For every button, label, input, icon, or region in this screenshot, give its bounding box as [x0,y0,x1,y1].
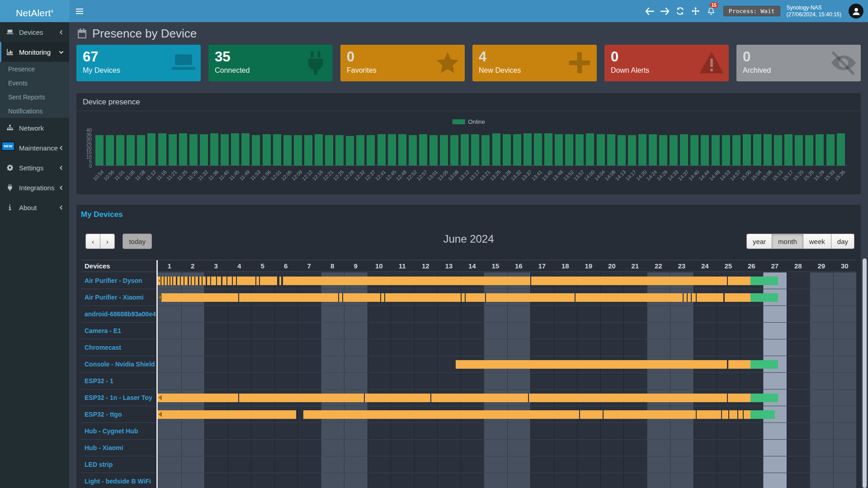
presence-bar-online-now[interactable] [750,277,778,285]
presence-bar-online[interactable] [303,410,750,419]
presence-bar-online[interactable] [158,410,296,419]
chart-bar[interactable] [805,135,813,165]
chart-bar[interactable] [690,135,698,165]
sidebar-item-settings[interactable]: Settings [0,158,69,178]
chart-bar[interactable] [450,135,458,165]
sidebar-item-devices[interactable]: Devices [0,22,69,42]
chart-bar[interactable] [346,136,354,165]
chart-bar[interactable] [179,133,187,165]
chart-bar[interactable] [638,134,646,165]
chart-bar[interactable] [471,134,479,165]
sidebar-toggle-button[interactable] [69,0,90,22]
chart-bar[interactable] [169,134,177,165]
presence-bar-online[interactable] [456,360,750,369]
device-name-link[interactable]: android-68608b93a00e4 [81,306,156,322]
chart-bar[interactable] [649,134,657,165]
card-favorites[interactable]: 0Favorites [340,45,465,81]
card-archived[interactable]: 0Archived [736,45,861,81]
chart-bar[interactable] [241,133,250,165]
chart-bar[interactable] [555,134,563,165]
chart-bar[interactable] [753,134,761,165]
chart-bar[interactable] [513,134,521,165]
chart-bar[interactable] [419,134,427,165]
chart-bar[interactable] [764,134,772,165]
chart-bar[interactable] [377,134,386,165]
chart-bar[interactable] [565,134,573,165]
device-name-link[interactable]: Console - Nvidia Shield T [81,356,156,372]
chart-bar[interactable] [252,135,260,165]
chart-bar[interactable] [137,135,145,165]
calendar-view-day-button[interactable]: day [831,234,854,249]
chart-bar[interactable] [670,135,678,165]
chart-bar[interactable] [628,135,636,165]
presence-bar-online-now[interactable] [750,394,778,402]
sidebar-subitem-notifications[interactable]: Notifications [0,104,69,118]
presence-bar-online-now[interactable] [750,293,778,302]
refresh-icon[interactable] [673,0,688,22]
chart-bar[interactable] [325,135,333,165]
chart-bar[interactable] [461,134,469,165]
chart-bar[interactable] [294,135,302,165]
chart-bar[interactable] [367,135,375,165]
chart-bar[interactable] [784,134,793,165]
chart-bar[interactable] [597,134,605,165]
card-new-devices[interactable]: 4New Devices [472,45,597,81]
chart-bar[interactable] [659,135,667,165]
calendar-view-month-button[interactable]: month [772,234,803,249]
calendar-view-week-button[interactable]: week [803,234,831,249]
vertical-scrollbar[interactable] [863,258,867,488]
chart-bar[interactable] [826,134,835,165]
chart-bar[interactable] [95,135,104,165]
chart-bar[interactable] [200,134,208,165]
device-name-link[interactable]: Air Purifier - Dyson [81,272,156,289]
nav-forward-icon[interactable] [657,0,673,22]
chart-bar[interactable] [263,134,271,165]
presence-bar-online[interactable] [158,394,750,402]
chart-bar[interactable] [722,135,730,165]
sidebar-item-maintenance[interactable]: NEWMaintenance [0,138,69,158]
chart-bar[interactable] [147,133,156,165]
chart-bar[interactable] [398,134,406,165]
chart-bar[interactable] [409,135,417,165]
chart-bar[interactable] [231,133,239,165]
column-resize-divider[interactable] [156,260,158,488]
calendar-view-year-button[interactable]: year [746,234,772,249]
sidebar-subitem-sent-reports[interactable]: Sent Reports [0,90,69,104]
card-connected[interactable]: 35Connected [208,45,333,81]
chart-bar[interactable] [429,135,438,165]
device-name-link[interactable]: Air Purifier - Xiaomi [81,289,156,305]
presence-bar-online-now[interactable] [750,360,778,369]
chart-bar[interactable] [701,135,709,165]
chart-bar[interactable] [544,133,552,165]
chart-bar[interactable] [106,135,114,165]
chart-bar[interactable] [816,134,824,165]
chart-bar[interactable] [743,134,751,165]
chart-bar[interactable] [586,133,594,165]
chart-bar[interactable] [503,134,511,165]
device-name-link[interactable]: ESP32 - ttgo [81,406,156,422]
sidebar-item-integrations[interactable]: Integrations [0,178,69,197]
device-name-link[interactable]: Light - bedside B WiFi [81,473,156,488]
card-down-alerts[interactable]: 0Down Alerts [604,45,729,81]
chart-bar[interactable] [388,134,396,165]
chart-bar[interactable] [356,135,364,165]
sidebar-item-monitoring[interactable]: Monitoring [0,42,69,62]
chart-bar[interactable] [712,135,720,165]
move-maximize-icon[interactable] [688,0,703,22]
chart-bar[interactable] [732,135,741,165]
app-logo[interactable]: NetAlertx [0,0,69,22]
chart-bar[interactable] [189,134,198,165]
sidebar-subitem-presence[interactable]: Presence [0,62,69,76]
chart-bar[interactable] [335,135,344,165]
chart-bar[interactable] [795,135,803,165]
device-name-link[interactable]: Chromecast [81,339,156,356]
chart-bar[interactable] [440,135,448,165]
presence-bar-online-now[interactable] [750,410,775,419]
chart-bar[interactable] [283,135,292,165]
chart-bar[interactable] [273,134,281,165]
chart-bar[interactable] [221,134,229,165]
presence-bar-online[interactable] [158,277,750,285]
chart-bar[interactable] [524,133,532,165]
chart-bar[interactable] [618,135,626,165]
chart-bar[interactable] [481,135,490,165]
